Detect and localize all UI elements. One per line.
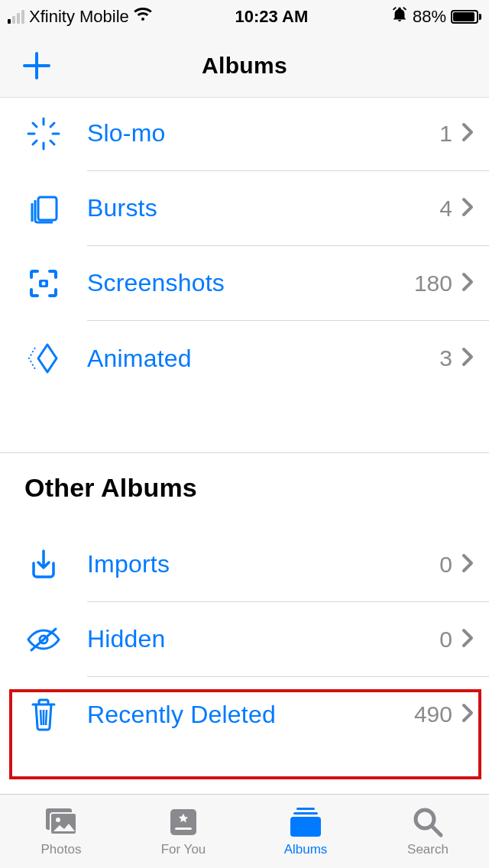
chevron-right-icon	[461, 347, 474, 370]
screenshots-icon	[24, 267, 63, 300]
slomo-icon	[24, 117, 63, 151]
chevron-right-icon	[461, 272, 474, 295]
album-row-animated[interactable]: Animated 3	[0, 321, 489, 396]
chevron-right-icon	[461, 628, 474, 651]
albums-tab-icon	[287, 805, 324, 839]
svg-point-13	[42, 282, 46, 286]
search-tab-icon	[412, 805, 444, 839]
alarm-icon	[391, 6, 408, 28]
animated-icon	[24, 342, 63, 375]
chevron-right-icon	[461, 197, 474, 220]
hidden-icon	[24, 624, 63, 655]
tab-photos[interactable]: Photos	[0, 795, 122, 868]
tab-albums[interactable]: Albums	[244, 795, 367, 868]
svg-rect-22	[170, 809, 196, 835]
svg-point-21	[56, 818, 60, 822]
page-title: Albums	[202, 53, 287, 79]
row-label: Animated	[87, 345, 439, 373]
foryou-tab-icon	[167, 805, 199, 839]
svg-line-10	[50, 123, 54, 127]
tab-search[interactable]: Search	[367, 795, 489, 868]
row-label: Bursts	[87, 194, 439, 222]
add-button[interactable]	[21, 50, 52, 84]
svg-line-8	[50, 141, 54, 144]
photos-tab-icon	[43, 805, 79, 839]
tab-label: Photos	[41, 842, 82, 857]
album-row-hidden[interactable]: Hidden 0	[0, 602, 489, 677]
tab-label: Search	[407, 842, 449, 857]
album-row-bursts[interactable]: Bursts 4	[0, 171, 489, 246]
cell-signal-icon	[8, 10, 24, 24]
row-label: Recently Deleted	[87, 701, 414, 729]
chevron-right-icon	[461, 553, 474, 576]
svg-line-28	[432, 827, 441, 835]
tab-label: For You	[161, 842, 206, 857]
row-count: 180	[414, 270, 452, 296]
carrier-label: Xfinity Mobile	[29, 7, 129, 27]
svg-rect-24	[296, 808, 315, 810]
row-count: 3	[439, 345, 452, 371]
album-row-screenshots[interactable]: Screenshots 180	[0, 246, 489, 321]
tab-bar: Photos For You Albums Search	[0, 794, 489, 868]
svg-line-18	[46, 710, 47, 725]
battery-icon	[451, 10, 481, 24]
row-count: 0	[439, 627, 452, 653]
nav-bar: Albums	[0, 34, 489, 98]
album-row-recently-deleted[interactable]: Recently Deleted 490	[0, 677, 489, 752]
chevron-right-icon	[461, 122, 474, 145]
imports-icon	[24, 548, 63, 581]
status-bar: Xfinity Mobile 10:23 AM 88%	[0, 0, 489, 34]
album-row-imports[interactable]: Imports 0	[0, 527, 489, 602]
tab-label: Albums	[284, 842, 328, 857]
svg-rect-11	[38, 197, 57, 220]
row-label: Screenshots	[87, 269, 414, 297]
content-scroll[interactable]: Live Photos 21 Slo-mo 1	[0, 98, 489, 794]
tab-for-you[interactable]: For You	[122, 795, 244, 868]
bursts-icon	[24, 191, 63, 226]
svg-rect-25	[293, 812, 318, 815]
svg-line-7	[33, 123, 37, 127]
battery-pct: 88%	[413, 7, 446, 27]
row-label: Slo-mo	[87, 119, 439, 147]
row-count: 1	[439, 121, 452, 147]
row-count: 0	[439, 552, 452, 578]
row-label: Imports	[87, 550, 439, 578]
row-count: 4	[439, 196, 452, 222]
album-row-slomo[interactable]: Slo-mo 1	[0, 98, 489, 171]
trash-icon	[24, 697, 63, 732]
section-header-other: Other Albums	[0, 473, 489, 512]
chevron-right-icon	[461, 703, 474, 726]
wifi-icon	[134, 7, 152, 27]
clock: 10:23 AM	[235, 7, 309, 27]
row-label: Hidden	[87, 625, 439, 653]
row-count: 490	[414, 701, 452, 727]
svg-line-16	[40, 710, 41, 725]
svg-rect-26	[290, 817, 321, 837]
svg-line-9	[33, 141, 37, 144]
svg-rect-23	[175, 828, 192, 830]
